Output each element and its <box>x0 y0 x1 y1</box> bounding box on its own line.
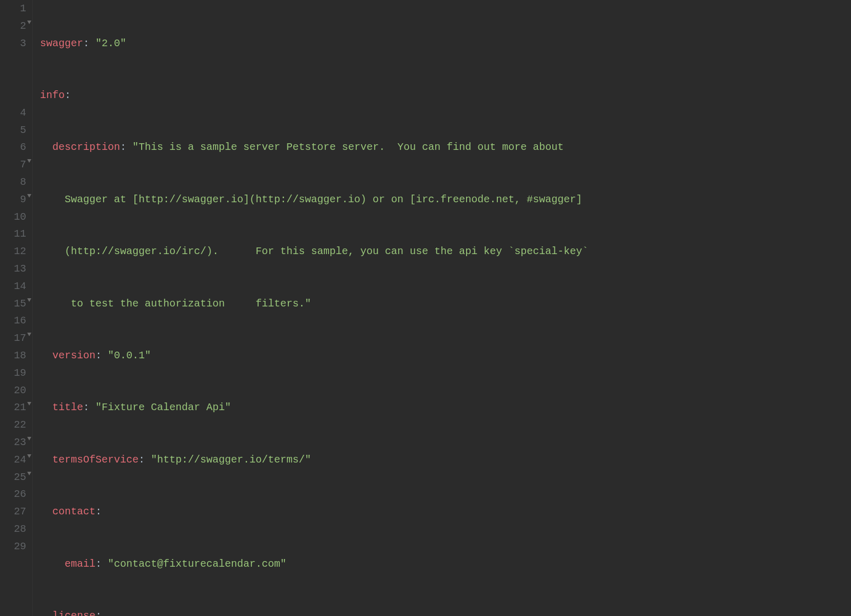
line-number: 11 <box>4 225 26 243</box>
line-number: 10 <box>4 208 26 226</box>
code-line[interactable]: termsOfService: "http://swagger.io/terms… <box>40 451 851 469</box>
line-number: 21 <box>4 399 26 416</box>
line-number: 14 <box>4 278 26 295</box>
line-number: 8 <box>4 174 26 191</box>
line-number: 13 <box>4 260 26 278</box>
line-number: 24 <box>4 451 26 469</box>
line-number: 6 <box>4 139 26 156</box>
line-number-active: 19 <box>4 364 26 382</box>
fold-marker-icon[interactable] <box>27 402 31 406</box>
line-number: 28 <box>4 521 26 538</box>
code-line[interactable]: version: "0.0.1" <box>40 347 851 364</box>
code-line[interactable]: title: "Fixture Calendar Api" <box>40 399 851 416</box>
line-number: 22 <box>4 416 26 434</box>
line-number: 12 <box>4 243 26 260</box>
line-number: 29 <box>4 538 26 555</box>
fold-marker-icon[interactable] <box>27 159 31 163</box>
line-number: 7 <box>4 156 26 174</box>
line-number: 23 <box>4 434 26 451</box>
code-line[interactable]: swagger: "2.0" <box>40 35 851 52</box>
fold-marker-icon[interactable] <box>27 454 31 458</box>
line-number-blank <box>4 87 26 104</box>
fold-marker-icon[interactable] <box>27 333 31 336</box>
line-number: 2 <box>4 17 26 35</box>
line-number: 25 <box>4 469 26 486</box>
line-number: 15 <box>4 295 26 313</box>
line-number: 3 <box>4 35 26 52</box>
code-line[interactable]: info: <box>40 87 851 104</box>
line-number: 16 <box>4 312 26 330</box>
code-line[interactable]: (http://swagger.io/irc/). For this sampl… <box>40 243 851 260</box>
line-number-gutter: 1 2 3 4 5 6 7 8 9 10 11 12 13 14 15 16 1… <box>0 0 33 616</box>
line-number: 27 <box>4 503 26 521</box>
fold-marker-icon[interactable] <box>27 21 31 24</box>
code-area[interactable]: swagger: "2.0" info: description: "This … <box>33 0 851 616</box>
line-number: 26 <box>4 486 26 503</box>
line-number: 5 <box>4 122 26 139</box>
code-line[interactable]: license: <box>40 607 851 616</box>
line-number: 4 <box>4 104 26 122</box>
code-line[interactable]: email: "contact@fixturecalendar.com" <box>40 555 851 573</box>
code-line[interactable]: contact: <box>40 503 851 521</box>
code-editor[interactable]: 1 2 3 4 5 6 7 8 9 10 11 12 13 14 15 16 1… <box>0 0 851 616</box>
line-number-blank <box>4 52 26 69</box>
line-number: 17 <box>4 330 26 347</box>
line-number: 18 <box>4 347 26 364</box>
fold-marker-icon[interactable] <box>27 298 31 302</box>
line-number: 1 <box>4 0 26 17</box>
fold-marker-icon[interactable] <box>27 437 31 440</box>
fold-marker-icon[interactable] <box>27 194 31 198</box>
line-number-blank <box>4 69 26 87</box>
fold-marker-icon[interactable] <box>27 472 31 475</box>
code-line[interactable]: Swagger at [http://swagger.io](http://sw… <box>40 191 851 208</box>
code-line[interactable]: to test the authorization filters." <box>40 295 851 313</box>
code-line[interactable]: description: "This is a sample server Pe… <box>40 139 851 156</box>
line-number: 20 <box>4 382 26 399</box>
line-number: 9 <box>4 191 26 208</box>
